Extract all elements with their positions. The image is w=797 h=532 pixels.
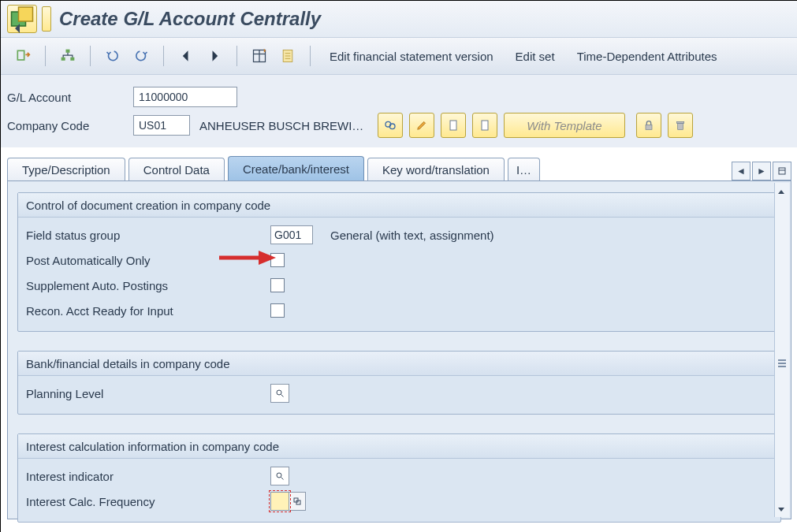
new-doc-icon[interactable] [441,113,466,138]
lock-icon[interactable] [636,113,661,138]
field-status-group-desc: General (with text, assignment) [330,229,494,242]
next-icon[interactable] [203,45,225,67]
interest-calc-frequency-label: Interest Calc. Frequency [26,495,270,508]
gl-account-input[interactable] [133,87,237,107]
tab-body-scrollbar[interactable] [774,183,789,517]
company-code-input[interactable] [133,115,190,136]
other-account-icon[interactable] [12,45,34,67]
company-code-desc: ANHEUSER BUSCH BREWI… [199,119,363,132]
tab-control-data[interactable]: Control Data [128,158,225,180]
redo-icon[interactable] [130,45,152,67]
svg-rect-16 [482,121,488,130]
time-dependent-link[interactable]: Time-Dependent Attributes [577,50,717,63]
supplement-auto-postings-checkbox[interactable] [270,278,285,292]
page-title: Create G/L Account Centrally [59,8,321,30]
supplement-auto-postings-label: Supplement Auto. Postings [26,279,270,292]
annotation-arrow-icon [218,249,277,269]
copy-doc-icon[interactable] [472,113,497,138]
with-template-button[interactable]: With Template [504,113,624,138]
recon-acct-ready-checkbox[interactable] [270,303,285,318]
previous-icon[interactable] [175,45,197,67]
edit-icon[interactable] [409,113,434,138]
interest-indicator-search-help[interactable] [270,467,289,485]
svg-rect-1 [19,7,33,21]
scroll-up-icon[interactable] [777,186,788,197]
group-bank-financial-title: Bank/financial details in company code [18,352,780,376]
field-status-group-input[interactable] [270,225,313,244]
interest-indicator-label: Interest indicator [26,470,270,483]
group-control-document-title: Control of document creation in company … [18,193,780,218]
edit-fsv-link[interactable]: Edit financial statement version [330,50,493,63]
planning-level-search-help[interactable] [270,384,289,403]
svg-point-25 [277,473,281,478]
recon-acct-ready-label: Recon. Acct Ready for Input [26,304,270,318]
tab-scroll-right-icon[interactable]: ► [752,162,771,180]
tab-overflow[interactable]: I… [508,158,540,180]
focus-outline [269,490,291,512]
svg-line-24 [281,395,284,397]
tab-create-bank-interest[interactable]: Create/bank/interest [228,156,364,180]
menu-button[interactable] [7,5,37,33]
tab-list-icon[interactable] [773,162,791,180]
edit-set-link[interactable]: Edit set [516,50,555,63]
svg-rect-17 [646,125,652,129]
svg-line-26 [281,478,284,480]
display-icon[interactable] [378,113,403,138]
svg-rect-4 [61,58,65,61]
tab-type-description[interactable]: Type/Description [7,158,125,180]
interest-calc-frequency-search-help[interactable] [289,492,306,511]
svg-rect-5 [70,58,74,61]
svg-point-14 [390,124,396,129]
delete-icon[interactable] [668,113,693,138]
svg-rect-15 [450,121,456,130]
layout-icon[interactable] [248,45,270,67]
undo-icon[interactable] [102,45,124,67]
svg-rect-2 [17,50,24,60]
svg-rect-3 [66,50,70,53]
svg-rect-20 [779,168,785,174]
tab-key-word-translation[interactable]: Key word/translation [367,158,505,180]
scroll-down-icon[interactable] [777,503,788,514]
field-status-group-label: Field status group [26,229,270,242]
svg-point-23 [277,390,281,395]
svg-rect-19 [676,121,683,123]
planning-level-label: Planning Level [26,387,270,400]
hierarchy-icon[interactable] [57,45,79,67]
svg-rect-18 [677,123,683,129]
tab-scroll-left-icon[interactable]: ◄ [732,162,750,180]
gl-account-label: G/L Account [7,91,133,104]
document-icon[interactable] [277,45,299,67]
scroll-grip-icon[interactable] [778,358,786,369]
group-interest-calc-title: Interest calculation information in comp… [18,434,780,459]
company-code-label: Company Code [7,119,133,132]
title-drag-handle [42,6,51,32]
